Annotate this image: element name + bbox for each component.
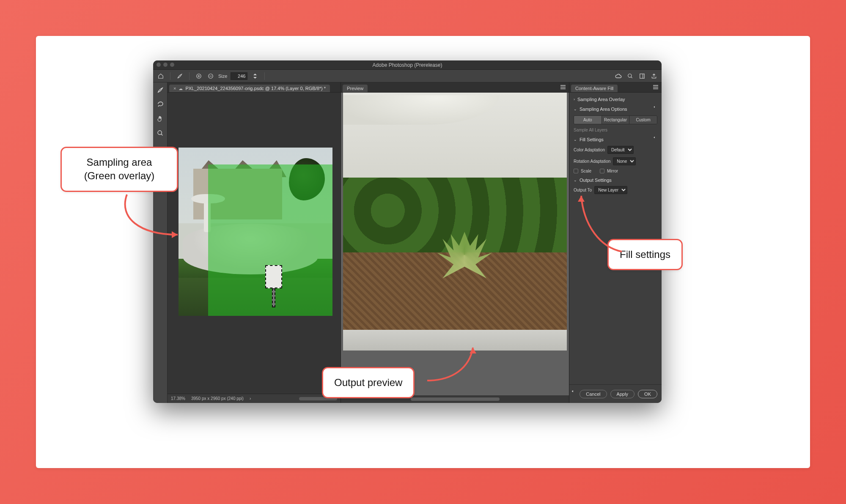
caf-tab[interactable]: Content-Aware Fill xyxy=(571,85,618,92)
mode-rectangular-button[interactable]: Rectangular xyxy=(602,116,630,124)
mode-rect-label: Rectangular xyxy=(604,118,627,122)
caf-tab-row: Content-Aware Fill xyxy=(569,82,662,93)
panel-menu-icon[interactable] xyxy=(557,83,569,92)
add-sampling-icon[interactable] xyxy=(195,72,203,80)
callout-sampling-line1: Sampling area xyxy=(73,156,166,169)
chevron-down-icon: ⌄ xyxy=(574,178,577,182)
svg-rect-3 xyxy=(640,74,645,78)
arrow-sampling-area xyxy=(114,192,186,243)
ok-button[interactable]: OK xyxy=(638,390,657,398)
brush-icon[interactable] xyxy=(176,72,184,80)
callout-sampling-area: Sampling area (Green overlay) xyxy=(60,147,178,192)
brush-size-field[interactable] xyxy=(231,72,247,80)
document-canvas[interactable] xyxy=(179,148,332,316)
workspace-icon[interactable] xyxy=(638,72,646,80)
ok-label: OK xyxy=(644,392,651,397)
rotation-adaptation-label: Rotation Adaptation xyxy=(574,159,610,164)
section-fill-settings: ⌄ Fill Settings Color Adaptation Default… xyxy=(574,137,657,173)
mode-auto-label: Auto xyxy=(583,118,592,122)
preview-tab-label: Preview xyxy=(347,86,363,91)
svg-marker-6 xyxy=(470,348,476,353)
section-sampling-overlay: › Sampling Area Overlay xyxy=(574,97,657,102)
rotation-adaptation-select[interactable]: None xyxy=(613,157,636,165)
preview-image xyxy=(343,93,567,351)
svg-point-2 xyxy=(628,74,632,77)
sample-all-layers-label: Sample All Layers xyxy=(574,128,657,132)
home-icon[interactable] xyxy=(157,72,165,80)
status-zoom[interactable]: 17.38% xyxy=(171,396,185,401)
cloud-doc-icon: ☁ xyxy=(179,86,183,91)
brush-size-label: Size xyxy=(218,74,227,79)
color-adaptation-row: Color Adaptation Default xyxy=(574,146,657,154)
close-tab-icon[interactable]: × xyxy=(173,86,176,91)
svg-marker-5 xyxy=(172,231,178,238)
selection-marquee xyxy=(265,265,282,307)
share-icon[interactable] xyxy=(650,72,658,80)
lasso-tool-icon[interactable] xyxy=(155,99,165,110)
sampling-brush-tool-icon[interactable] xyxy=(155,85,165,95)
window-titlebar: Adobe Photoshop (Prerelease) xyxy=(153,60,662,70)
divider xyxy=(170,72,170,80)
arrow-fill-settings xyxy=(575,188,630,256)
chevron-down-icon: ⌄ xyxy=(574,137,577,142)
close-window-dot[interactable] xyxy=(157,63,161,67)
search-icon[interactable] xyxy=(626,72,634,80)
subtract-sampling-icon[interactable] xyxy=(206,72,215,80)
scale-mirror-row: Scale Mirror xyxy=(574,169,657,173)
reset-all-icon[interactable] xyxy=(570,390,576,397)
selection-marquee-board xyxy=(265,265,282,288)
document-tab[interactable]: × ☁ PXL_20210424_224356097-orig.psdc @ 1… xyxy=(169,85,330,92)
scale-checkbox[interactable] xyxy=(574,169,578,173)
divider xyxy=(264,72,265,80)
selection-marquee-post xyxy=(272,288,275,307)
section-sampling-options: ⌄ Sampling Area Options Auto Rectangular… xyxy=(574,106,657,132)
fill-settings-label: Fill Settings xyxy=(580,137,604,142)
mode-auto-button[interactable]: Auto xyxy=(574,116,602,124)
color-adaptation-label: Color Adaptation xyxy=(574,148,605,152)
svg-marker-7 xyxy=(578,196,585,202)
color-adaptation-select[interactable]: Default xyxy=(607,146,634,154)
minimize-window-dot[interactable] xyxy=(163,63,168,67)
section-head-output-settings[interactable]: ⌄ Output Settings xyxy=(574,178,657,183)
svg-point-4 xyxy=(158,131,162,134)
document-panel: × ☁ PXL_20210424_224356097-orig.psdc @ 1… xyxy=(168,82,341,403)
traffic-lights xyxy=(157,63,174,67)
size-stepper-icon[interactable] xyxy=(251,72,259,80)
zoom-window-dot[interactable] xyxy=(170,63,174,67)
rotation-adaptation-row: Rotation Adaptation None xyxy=(574,157,657,165)
output-settings-label: Output Settings xyxy=(580,178,612,183)
divider xyxy=(189,72,190,80)
window-title: Adobe Photoshop (Prerelease) xyxy=(373,62,442,68)
preview-tab[interactable]: Preview xyxy=(343,85,368,92)
cancel-button[interactable]: Cancel xyxy=(580,390,607,398)
section-head-sampling-overlay[interactable]: › Sampling Area Overlay xyxy=(574,97,657,102)
reset-icon[interactable] xyxy=(652,106,657,112)
apply-button[interactable]: Apply xyxy=(610,390,635,398)
status-chevron-icon[interactable]: › xyxy=(250,396,251,401)
options-toolbar: Size xyxy=(153,70,662,82)
sampling-overlay-label: Sampling Area Overlay xyxy=(577,97,625,102)
section-head-fill-settings[interactable]: ⌄ Fill Settings xyxy=(574,137,657,142)
section-head-sampling-options[interactable]: ⌄ Sampling Area Options xyxy=(574,106,657,112)
document-canvas-wrap[interactable] xyxy=(168,93,341,394)
toolbar-right-icons xyxy=(614,72,658,80)
mode-custom-button[interactable]: Custom xyxy=(629,116,657,124)
document-status-bar: 17.38% 3950 px x 2960 px (240 ppi) › xyxy=(168,394,341,403)
callout-output-preview-label: Output preview xyxy=(334,377,402,388)
zoom-tool-icon[interactable] xyxy=(155,128,165,138)
sampling-mode-segmented: Auto Rectangular Custom xyxy=(574,115,657,124)
mode-custom-label: Custom xyxy=(636,118,650,122)
mirror-checkbox[interactable] xyxy=(600,169,604,173)
preview-horizontal-scrollbar[interactable] xyxy=(411,397,500,401)
callout-sampling-line2: (Green overlay) xyxy=(73,169,166,183)
cancel-label: Cancel xyxy=(586,392,600,397)
status-dimensions: 3950 px x 2960 px (240 ppi) xyxy=(191,396,244,401)
caf-tab-label: Content-Aware Fill xyxy=(575,86,613,91)
reset-icon[interactable] xyxy=(652,137,657,142)
arrow-output-preview xyxy=(423,342,482,385)
caf-footer: Cancel Apply OK xyxy=(569,384,662,403)
cloud-icon[interactable] xyxy=(614,72,623,80)
hand-tool-icon[interactable] xyxy=(155,114,165,124)
preview-tab-row: Preview xyxy=(341,82,569,93)
panel-menu-icon[interactable] xyxy=(650,83,662,92)
